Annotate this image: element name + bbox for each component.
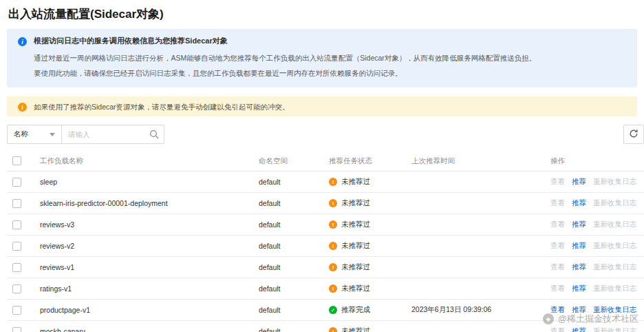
view-link[interactable]: 查看 [550, 220, 565, 229]
status-icon: ! [329, 199, 337, 207]
row-checkbox[interactable] [12, 178, 21, 187]
status-label: 未推荐过 [341, 262, 370, 272]
info-icon: i [18, 37, 27, 46]
status-icon: ! [329, 327, 337, 332]
row-checkbox[interactable] [12, 284, 21, 293]
recommend-link[interactable]: 推荐 [572, 305, 586, 315]
view-link[interactable]: 查看 [550, 262, 565, 272]
warning-text: 如果使用了推荐的Sidecar资源对象，请尽量避免手动创建以免引起可能的冲突。 [34, 102, 290, 112]
filter-bar: 名称 [7, 125, 644, 144]
row-checkbox-cell [7, 327, 40, 332]
column-header-namespace: 命名空间 [259, 156, 329, 166]
status-icon: ! [329, 220, 337, 229]
view-link[interactable]: 查看 [550, 326, 565, 332]
warning-banner: ! 如果使用了推荐的Sidecar资源对象，请尽量避免手动创建以免引起可能的冲突… [7, 96, 637, 116]
row-actions: 查看 推荐 重新收集日志 [550, 220, 644, 229]
recommend-link[interactable]: 推荐 [572, 326, 586, 332]
recommend-link[interactable]: 推荐 [572, 177, 586, 187]
row-checkbox-cell [7, 306, 40, 315]
namespace-cell: default [259, 220, 329, 229]
view-link[interactable]: 查看 [550, 198, 565, 208]
filter-field-select[interactable]: 名称 [7, 125, 62, 144]
namespace-cell: default [259, 306, 329, 314]
status-label: 未推荐过 [341, 284, 370, 293]
table-row: sleep default ! 未推荐过 查看 推荐 重新收集日志 [7, 172, 644, 193]
row-checkbox[interactable] [12, 327, 21, 332]
workload-name: sleep [40, 178, 259, 186]
workload-name: ratings-v1 [40, 284, 259, 293]
table-header: 工作负载名称 命名空间 推荐任务状态 上次推荐时间 操作 [7, 151, 644, 172]
info-banner-line2: 要使用此功能，请确保您已经开启访问日志采集，且您的工作负载都要在最近一周内存在对… [34, 65, 536, 81]
status-cell: ! 未推荐过 [329, 262, 411, 272]
refresh-icon [629, 129, 638, 141]
recommend-link[interactable]: 推荐 [572, 284, 586, 293]
table-row: productpage-v1 default ✓ 推荐完成 2023年6月13日… [7, 300, 644, 321]
refresh-button[interactable] [623, 125, 644, 144]
table-row: reviews-v2 default ! 未推荐过 查看 推荐 重新收集日志 [7, 236, 644, 257]
table-row: reviews-v1 default ! 未推荐过 查看 推荐 重新收集日志 [7, 257, 644, 278]
page-title: 出入站流量配置(Sidecar对象) [7, 0, 644, 29]
column-header-status: 推荐任务状态 [329, 156, 411, 166]
recollect-logs-link[interactable]: 重新收集日志 [593, 284, 636, 293]
status-cell: ! 未推荐过 [329, 326, 411, 332]
row-checkbox[interactable] [12, 242, 21, 251]
status-icon: ! [329, 178, 337, 186]
view-link[interactable]: 查看 [550, 305, 565, 315]
namespace-cell: default [259, 178, 329, 186]
recommend-link[interactable]: 推荐 [572, 198, 586, 208]
workload-name: reviews-v1 [40, 263, 259, 271]
row-checkbox-cell [7, 178, 40, 187]
info-banner: i 根据访问日志中的服务调用依赖信息为您推荐Sidecar对象 通过对最近一周的… [7, 29, 637, 87]
recollect-logs-link[interactable]: 重新收集日志 [593, 262, 636, 272]
column-header-last-time: 上次推荐时间 [411, 156, 550, 166]
row-checkbox[interactable] [12, 220, 21, 229]
view-link[interactable]: 查看 [550, 241, 565, 251]
workload-name: mockb-canary [40, 327, 259, 332]
row-actions: 查看 推荐 重新收集日志 [550, 177, 644, 187]
status-icon: ! [329, 242, 337, 250]
recollect-logs-link[interactable]: 重新收集日志 [593, 220, 636, 229]
status-cell: ✓ 推荐完成 [329, 305, 411, 315]
table-row: ratings-v1 default ! 未推荐过 查看 推荐 重新收集日志 [7, 278, 644, 300]
workload-name: productpage-v1 [40, 306, 259, 314]
workload-name: reviews-v3 [40, 220, 259, 229]
namespace-cell: default [259, 263, 329, 271]
row-checkbox-cell [7, 263, 40, 272]
column-header-actions: 操作 [550, 156, 644, 166]
status-icon: ✓ [329, 306, 337, 314]
workload-name: sklearn-iris-predictor-00001-deployment [40, 199, 259, 207]
row-actions: 查看 推荐 重新收集日志 [550, 198, 644, 208]
table-body: sleep default ! 未推荐过 查看 推荐 重新收集日志 sklear… [7, 172, 644, 332]
recommend-link[interactable]: 推荐 [572, 241, 586, 251]
status-cell: ! 未推荐过 [329, 220, 411, 229]
table-row: sklearn-iris-predictor-00001-deployment … [7, 193, 644, 214]
table-row: reviews-v3 default ! 未推荐过 查看 推荐 重新收集日志 [7, 214, 644, 236]
namespace-cell: default [259, 284, 329, 293]
row-checkbox[interactable] [12, 306, 21, 315]
view-link[interactable]: 查看 [550, 177, 565, 187]
workload-table: 工作负载名称 命名空间 推荐任务状态 上次推荐时间 操作 sleep defau… [7, 151, 644, 332]
recollect-logs-link[interactable]: 重新收集日志 [593, 241, 636, 251]
row-checkbox-cell [7, 199, 40, 208]
recollect-logs-link[interactable]: 重新收集日志 [593, 177, 636, 187]
status-icon: ! [329, 284, 337, 293]
recommend-link[interactable]: 推荐 [572, 262, 586, 272]
search-icon[interactable] [149, 129, 159, 139]
recollect-logs-link[interactable]: 重新收集日志 [593, 198, 636, 208]
recollect-logs-link[interactable]: 重新收集日志 [593, 305, 636, 315]
select-all-checkbox[interactable] [12, 156, 21, 165]
row-checkbox-cell [7, 242, 40, 251]
row-checkbox[interactable] [12, 199, 21, 208]
row-actions: 查看 推荐 重新收集日志 [550, 284, 644, 293]
status-cell: ! 未推荐过 [329, 177, 411, 187]
status-cell: ! 未推荐过 [329, 241, 411, 251]
recollect-logs-link[interactable]: 重新收集日志 [593, 326, 636, 332]
search-box [61, 125, 164, 144]
recommend-link[interactable]: 推荐 [572, 220, 586, 229]
view-link[interactable]: 查看 [550, 284, 565, 293]
row-checkbox[interactable] [12, 263, 21, 272]
namespace-cell: default [259, 242, 329, 250]
row-checkbox-cell [7, 220, 40, 229]
chevron-down-icon [50, 133, 55, 136]
status-label: 未推荐过 [341, 326, 370, 332]
